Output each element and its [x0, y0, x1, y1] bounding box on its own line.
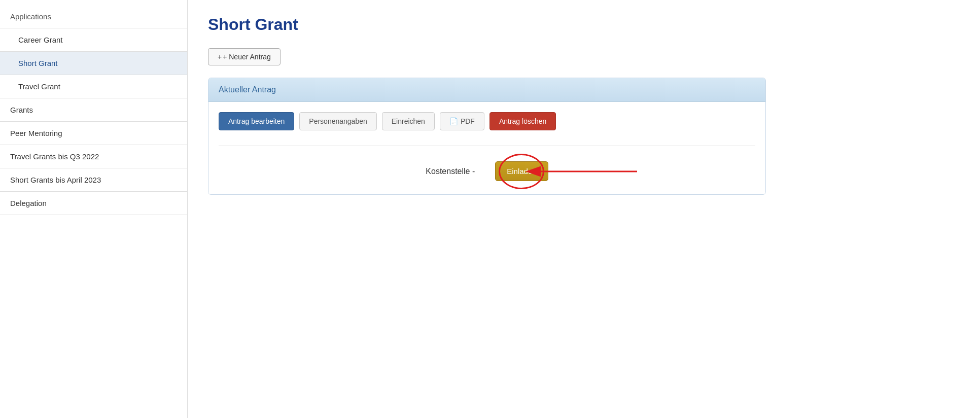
sidebar: Applications Career Grant Short Grant Tr…: [0, 0, 188, 418]
main-content: Short Grant + + Neuer Antrag Aktueller A…: [188, 0, 980, 418]
action-buttons-row: Antrag bearbeiten Personenangaben Einrei…: [219, 112, 755, 130]
sidebar-item-grants[interactable]: Grants: [0, 98, 187, 122]
antrag-bearbeiten-button[interactable]: Antrag bearbeiten: [219, 112, 294, 130]
doc-icon: 📄: [449, 117, 458, 125]
sidebar-item-career-grant[interactable]: Career Grant: [0, 28, 187, 52]
sidebar-item-travel-grants-q3[interactable]: Travel Grants bis Q3 2022: [0, 145, 187, 168]
card-body: Antrag bearbeiten Personenangaben Einrei…: [208, 102, 765, 194]
pdf-button[interactable]: 📄 PDF: [440, 112, 484, 130]
sidebar-item-delegation[interactable]: Delegation: [0, 192, 187, 215]
kostenstelle-label: Kostenstelle -: [426, 167, 475, 176]
page-title: Short Grant: [208, 15, 960, 34]
sidebar-item-applications[interactable]: Applications: [0, 5, 187, 28]
sidebar-item-short-grant[interactable]: Short Grant: [0, 52, 187, 75]
arrow-annotation: [536, 156, 647, 187]
card-header: Aktueller Antrag: [208, 78, 765, 102]
aktueller-antrag-card: Aktueller Antrag Antrag bearbeiten Perso…: [208, 78, 766, 195]
new-antrag-button[interactable]: + + Neuer Antrag: [208, 48, 281, 65]
einladen-wrapper: Einladen: [495, 161, 548, 181]
personenangaben-button[interactable]: Personenangaben: [299, 112, 376, 130]
einladen-button[interactable]: Einladen: [495, 161, 548, 181]
sidebar-item-peer-mentoring[interactable]: Peer Mentoring: [0, 122, 187, 145]
bottom-row: Kostenstelle - Einladen: [219, 156, 755, 184]
sidebar-item-travel-grant[interactable]: Travel Grant: [0, 75, 187, 98]
plus-icon: +: [218, 53, 222, 61]
sidebar-item-short-grants-april[interactable]: Short Grants bis April 2023: [0, 168, 187, 192]
divider: [219, 146, 755, 146]
einreichen-button[interactable]: Einreichen: [382, 112, 435, 130]
antrag-loeschen-button[interactable]: Antrag löschen: [489, 112, 556, 130]
